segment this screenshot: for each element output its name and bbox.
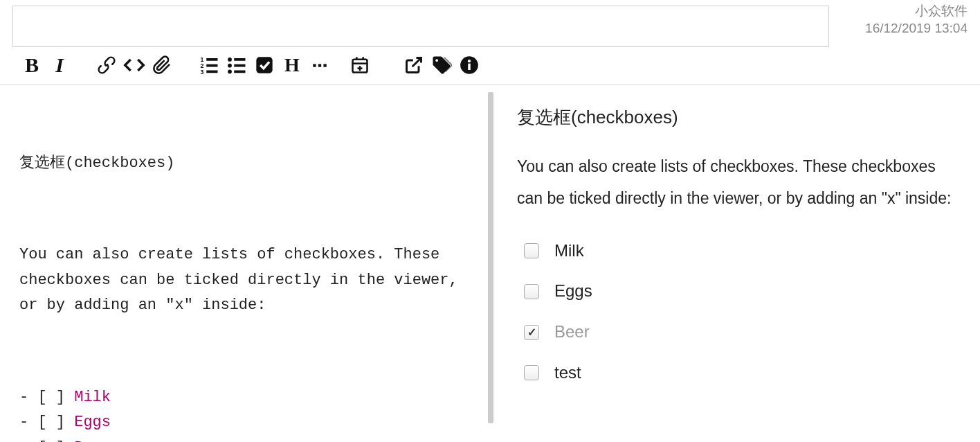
tag-icon bbox=[431, 55, 452, 76]
editor-toolbar: B I 123 H bbox=[0, 47, 980, 85]
svg-point-6 bbox=[228, 58, 232, 62]
attach-button[interactable] bbox=[148, 53, 176, 78]
link-button[interactable] bbox=[93, 53, 120, 78]
svg-rect-13 bbox=[313, 64, 316, 67]
heading-button[interactable]: H bbox=[278, 53, 306, 78]
checkbox-list-button[interactable] bbox=[251, 53, 278, 78]
svg-line-22 bbox=[412, 58, 421, 67]
editor-paragraph: You can also create lists of checkboxes.… bbox=[19, 242, 469, 318]
checkbox[interactable] bbox=[524, 243, 539, 258]
svg-point-7 bbox=[228, 64, 232, 68]
italic-button[interactable]: I bbox=[46, 53, 73, 78]
tags-button[interactable] bbox=[428, 53, 455, 78]
markdown-preview: 复选框(checkboxes) You can also create list… bbox=[493, 85, 980, 423]
external-link-button[interactable] bbox=[400, 53, 428, 78]
link-icon bbox=[96, 55, 117, 76]
editor-checklist-line: - [ ] Eggs bbox=[19, 410, 469, 435]
svg-point-8 bbox=[228, 70, 232, 74]
horizontal-rule-button[interactable] bbox=[306, 53, 334, 78]
checkbox-icon bbox=[255, 55, 274, 75]
external-link-icon bbox=[404, 55, 424, 75]
unordered-list-icon bbox=[226, 55, 247, 76]
editor-checklist-line: - [ ] Milk bbox=[19, 385, 469, 410]
preview-paragraph: You can also create lists of checkboxes.… bbox=[517, 150, 956, 214]
note-title-input[interactable] bbox=[12, 6, 829, 47]
svg-rect-10 bbox=[234, 64, 245, 67]
editor-title-line: 复选框(checkboxes) bbox=[19, 151, 469, 176]
code-icon bbox=[123, 54, 145, 76]
checklist-item-label: Eggs bbox=[554, 279, 592, 303]
checklist-item-label: Milk bbox=[554, 239, 584, 263]
pane-divider[interactable] bbox=[488, 92, 493, 423]
svg-point-25 bbox=[468, 60, 471, 62]
paperclip-icon bbox=[152, 55, 172, 75]
ordered-list-button[interactable]: 123 bbox=[195, 53, 223, 78]
svg-rect-3 bbox=[206, 58, 217, 61]
checkbox[interactable] bbox=[524, 365, 539, 380]
svg-rect-24 bbox=[468, 64, 471, 70]
checklist-item: test bbox=[517, 353, 956, 394]
svg-rect-11 bbox=[234, 71, 245, 73]
svg-rect-15 bbox=[323, 64, 326, 67]
ellipsis-icon bbox=[311, 56, 329, 74]
bold-button[interactable]: B bbox=[18, 53, 46, 78]
svg-rect-14 bbox=[318, 64, 321, 67]
checkbox[interactable] bbox=[524, 325, 539, 340]
note-meta: 小众软件 16/12/2019 13:04 bbox=[865, 3, 968, 37]
checklist-item: Beer bbox=[517, 312, 956, 353]
svg-rect-4 bbox=[206, 64, 217, 67]
checklist-item: Milk bbox=[517, 231, 956, 272]
markdown-editor[interactable]: 复选框(checkboxes) You can also create list… bbox=[0, 85, 488, 423]
editor-checklist-line: - [x] Beer bbox=[19, 436, 469, 442]
code-button[interactable] bbox=[120, 53, 148, 78]
svg-text:3: 3 bbox=[201, 69, 204, 76]
svg-rect-12 bbox=[256, 57, 272, 73]
ordered-list-icon: 123 bbox=[199, 55, 219, 76]
svg-rect-9 bbox=[234, 58, 245, 61]
checklist-item-label: Beer bbox=[554, 320, 590, 344]
unordered-list-button[interactable] bbox=[223, 53, 251, 78]
checklist-item-label: test bbox=[554, 361, 581, 385]
note-datetime: 16/12/2019 13:04 bbox=[865, 20, 968, 37]
calendar-add-icon bbox=[350, 55, 370, 75]
svg-rect-5 bbox=[206, 71, 217, 73]
info-icon bbox=[460, 55, 479, 75]
checkbox[interactable] bbox=[524, 284, 539, 299]
checklist-item: Eggs bbox=[517, 271, 956, 312]
preview-title: 复选框(checkboxes) bbox=[517, 105, 956, 131]
app-name: 小众软件 bbox=[865, 3, 968, 20]
info-button[interactable] bbox=[455, 53, 483, 78]
insert-date-button[interactable] bbox=[346, 53, 374, 78]
